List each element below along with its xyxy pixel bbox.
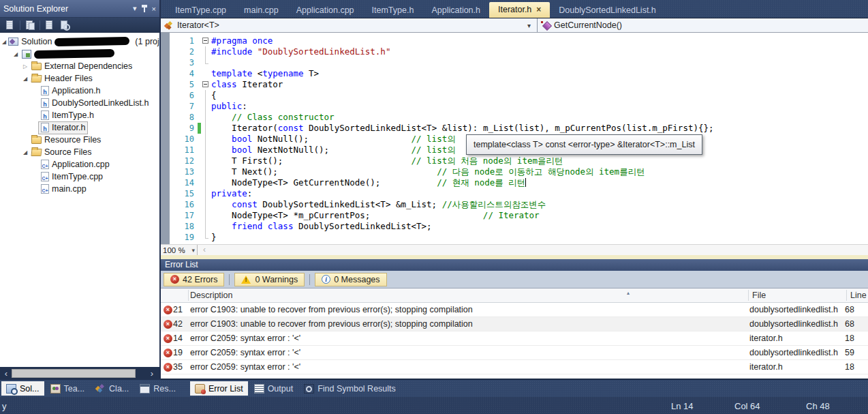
document-tab-Application.h[interactable]: Application.h: [422, 3, 489, 18]
code-line: 8 // Class constructor: [170, 112, 868, 123]
tree-item-label: ItemType.cpp: [52, 172, 103, 181]
folder-icon: [31, 63, 42, 70]
tree-item-label: External Dependencies: [44, 61, 132, 71]
types-dropdown[interactable]: Iterator<T> ▾: [161, 18, 537, 32]
solution-explorer-tree[interactable]: ◢Solution (1 proj◢▷External Dependencies…: [0, 33, 159, 367]
column-file[interactable]: File: [752, 291, 766, 300]
error-row[interactable]: 42error C1903: unable to recover from pr…: [161, 317, 868, 331]
column-divider[interactable]: [748, 290, 749, 301]
tab-label: Iterator.h: [498, 2, 531, 18]
toolbar-separator: [20, 20, 20, 30]
zoom-level: 100 %: [163, 246, 185, 254]
code-line: 6{: [170, 90, 868, 101]
close-icon[interactable]: ×: [152, 5, 156, 13]
error-description: error C2059: syntax error : '<': [190, 348, 749, 357]
source-files-folder[interactable]: ◢Source Files: [0, 146, 159, 158]
scroll-right-icon[interactable]: ›: [147, 368, 157, 379]
file-doublysortedlinkedlist-h[interactable]: DoublySortedLinkedList.h: [0, 97, 159, 109]
code-text: bool NextNotNull(); // list의: [211, 145, 456, 156]
error-file: doublysortedlinkedlist.h: [749, 348, 845, 357]
tree-expander-icon[interactable]: ◢: [21, 149, 29, 156]
tool-tab-cla-[interactable]: Cla...: [91, 381, 134, 396]
tool-tab-sol-[interactable]: Sol...: [1, 381, 44, 396]
tree-expander-icon[interactable]: ◢: [12, 51, 20, 57]
filter-button-label: 0 Warnings: [255, 275, 298, 284]
tool-tab-error-list[interactable]: Error List: [190, 381, 248, 396]
file-itemtype-cpp[interactable]: ItemType.cpp: [0, 171, 159, 183]
code-line: 19}: [170, 232, 868, 243]
scroll-left-icon[interactable]: ‹: [1, 368, 11, 379]
error-file: iterator.h: [749, 334, 845, 343]
code-text: public:: [211, 101, 247, 112]
close-tab-icon[interactable]: ×: [536, 2, 541, 18]
pin-icon[interactable]: [142, 5, 147, 13]
code-text: #include "DoublySortedLinkedList.h": [211, 46, 390, 57]
filter-button-warnings[interactable]: 0 Warnings: [234, 273, 305, 286]
fold-collapse-icon[interactable]: [201, 79, 211, 90]
tab-label: main.cpp: [244, 5, 279, 15]
tree-expander-icon[interactable]: ▷: [21, 63, 29, 70]
document-tab-ItemType.h[interactable]: ItemType.h: [363, 3, 423, 18]
document-tab-Application.cpp[interactable]: Application.cpp: [288, 3, 363, 18]
code-text: const DoublySortedLinkedList<T> &m_List;…: [211, 199, 546, 210]
status-column-indicator: Col 64: [734, 401, 760, 411]
editor-zoom-dropdown[interactable]: 100 % ▾: [161, 245, 198, 255]
file-main-cpp[interactable]: main.cpp: [0, 183, 159, 195]
view-class-diagram-icon[interactable]: [59, 20, 70, 31]
refresh-icon[interactable]: [44, 20, 55, 31]
filter-button-messages[interactable]: 0 Messages: [315, 273, 386, 286]
resource-files-folder[interactable]: Resource Files: [0, 134, 159, 146]
status-character-indicator: Ch 48: [806, 401, 830, 411]
h-file-icon: [41, 110, 49, 120]
project-node[interactable]: ◢: [0, 48, 159, 60]
filter-button-errors[interactable]: 42 Errors: [164, 273, 224, 286]
tool-tab-find-symbol-results[interactable]: Find Symbol Results: [299, 381, 401, 396]
file-application-h[interactable]: Application.h: [0, 85, 159, 97]
header-files-folder[interactable]: ◢Header Files: [0, 72, 159, 85]
error-list-titlebar[interactable]: Error List: [161, 259, 868, 271]
document-tab-main.cpp[interactable]: main.cpp: [235, 3, 288, 18]
tree-expander-icon[interactable]: ◢: [21, 76, 29, 82]
code-line: 5class Iterator: [170, 79, 868, 90]
error-list-rows: 21error C1903: unable to recover from pr…: [161, 303, 868, 374]
document-tab-ItemType.cpp[interactable]: ItemType.cpp: [166, 3, 235, 18]
error-row[interactable]: 21error C1903: unable to recover from pr…: [161, 303, 868, 317]
column-line[interactable]: Line: [850, 291, 867, 300]
error-row[interactable]: 14error C2059: syntax error : '<'iterato…: [161, 331, 868, 346]
document-tab-Iterator.h[interactable]: Iterator.h×: [489, 2, 550, 18]
solution-node[interactable]: ◢Solution (1 proj: [0, 35, 159, 48]
column-divider[interactable]: [846, 290, 847, 301]
tool-tab-res-[interactable]: Res...: [135, 381, 181, 396]
properties-icon[interactable]: [5, 20, 16, 31]
tree-item-label: Solution: [21, 37, 52, 46]
tool-tab-output[interactable]: Output: [249, 381, 298, 396]
tree-item-label: DoublySortedLinkedList.h: [52, 98, 149, 108]
code-line: 17 NodeType<T> *m_pCurrentPos; // Iterat…: [170, 210, 868, 221]
file-iterator-h[interactable]: Iterator.h: [0, 121, 159, 134]
error-row[interactable]: 35error C2059: syntax error : '<'iterato…: [161, 360, 868, 374]
chevron-down-icon[interactable]: ▾: [527, 22, 533, 29]
fold-collapse-icon[interactable]: [201, 35, 211, 46]
solution-explorer-titlebar[interactable]: Solution Explorer ▾ ×: [0, 0, 159, 18]
column-description[interactable]: Description: [190, 291, 233, 300]
solution-explorer-hscrollbar[interactable]: ‹ ›: [0, 367, 159, 380]
code-text: NodeType<T> GetCurrentNode(); // 현재 node…: [211, 177, 526, 188]
error-row[interactable]: 19error C2059: syntax error : '<'doublys…: [161, 346, 868, 360]
show-all-files-icon[interactable]: [25, 20, 35, 31]
window-position-icon[interactable]: ▾: [133, 4, 137, 13]
line-number: 15: [170, 188, 198, 199]
indicator-margin[interactable]: [161, 33, 170, 244]
file-itemtype-h[interactable]: ItemType.h: [0, 109, 159, 121]
project-icon: [22, 50, 31, 59]
cpp-file-icon: [41, 184, 49, 194]
toolbar-separator: [40, 20, 40, 30]
tool-tab-tea-[interactable]: Tea...: [46, 381, 90, 396]
external-dependencies-folder[interactable]: ▷External Dependencies: [0, 60, 159, 72]
scrollbar-thumb[interactable]: [12, 369, 136, 378]
file-application-cpp[interactable]: Application.cpp: [0, 158, 159, 171]
h-file-icon: [41, 98, 49, 108]
document-tab-DoublySortedLinkedList.h[interactable]: DoublySortedLinkedList.h: [550, 3, 664, 18]
editor-hscrollbar[interactable]: ‹: [198, 245, 868, 255]
members-dropdown[interactable]: GetCurrentNode(): [537, 18, 868, 32]
chevron-down-icon[interactable]: ▾: [191, 247, 195, 254]
